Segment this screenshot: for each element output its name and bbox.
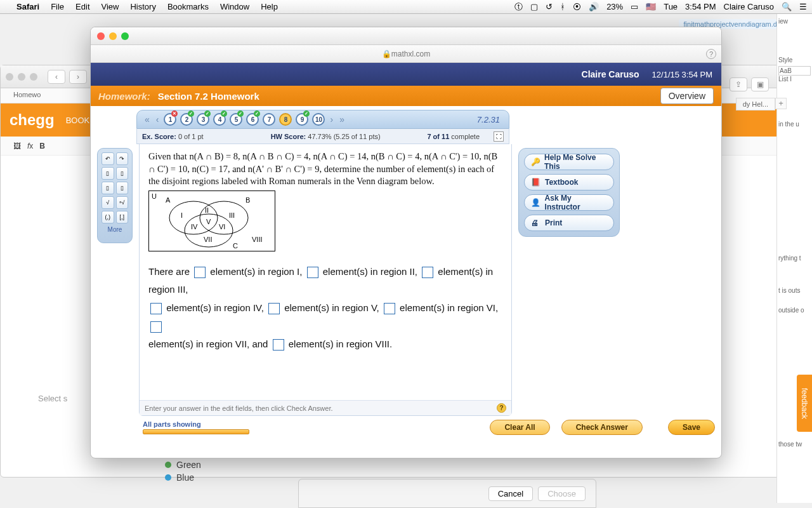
choose-button[interactable]: Choose <box>538 486 586 501</box>
first-arrow-icon[interactable]: « <box>143 114 151 124</box>
textbook-button[interactable]: 📕Textbook <box>524 174 614 190</box>
menu-edit[interactable]: Edit <box>75 2 89 11</box>
menu-help[interactable]: Help <box>261 2 278 11</box>
input-region-8[interactable] <box>273 339 284 351</box>
prev-arrow-icon[interactable]: ‹ <box>155 114 160 124</box>
student-name: Claire Caruso <box>582 69 639 79</box>
fx-icon[interactable]: fx <box>27 142 33 150</box>
help-solve-button[interactable]: 🔑Help Me Solve This <box>524 154 614 170</box>
menu-bookmarks[interactable]: Bookmarks <box>167 2 209 11</box>
question-pill-7[interactable]: 7 <box>263 113 275 126</box>
score-bar: Ex. Score: 0 of 1 pt HW Score: 47.73% (5… <box>136 129 509 144</box>
next-arrow-icon[interactable]: › <box>329 114 334 124</box>
question-pill-1[interactable]: 1 <box>164 113 176 126</box>
pal-btn[interactable]: ▯ <box>116 182 129 194</box>
battery-icon[interactable]: ▭ <box>631 2 638 11</box>
share-button[interactable]: ⇪ <box>730 77 747 91</box>
check-answer-button[interactable]: Check Answer <box>561 420 643 435</box>
clear-all-button[interactable]: Clear All <box>490 420 549 435</box>
pal-brack[interactable]: [,] <box>116 211 129 224</box>
hint-help-icon[interactable]: ? <box>497 403 506 413</box>
volume-icon[interactable]: 🔊 <box>589 2 599 11</box>
tabs-button[interactable]: ▣ <box>751 77 769 91</box>
input-region-2[interactable] <box>307 267 318 278</box>
hw-label: Homework: <box>98 91 150 102</box>
pal-btn[interactable]: ▯ <box>116 167 129 180</box>
chegg-logo[interactable]: chegg <box>10 111 55 129</box>
menu-day[interactable]: Tue <box>664 2 678 11</box>
menu-user[interactable]: Claire Caruso <box>724 2 774 11</box>
select-placeholder[interactable]: Select s <box>38 394 67 403</box>
question-pill-9[interactable]: 9 <box>296 113 308 126</box>
app-name[interactable]: Safari <box>16 2 39 11</box>
bg-tab-right[interactable]: dy Hel... <box>736 98 775 110</box>
print-button[interactable]: 🖨Print <box>524 215 614 231</box>
pal-paren[interactable]: (,) <box>102 211 114 224</box>
question-pill-2[interactable]: 2 <box>180 113 193 126</box>
airplay-icon[interactable]: ▢ <box>530 2 538 11</box>
flag-icon[interactable]: 🇺🇸 <box>646 2 656 11</box>
timemachine-icon[interactable]: ↺ <box>546 2 553 11</box>
lock-icon: 🔒 <box>382 50 391 58</box>
bottom-bar: All parts showing Clear All Check Answer… <box>143 420 715 435</box>
question-pill-8[interactable]: 8 <box>279 113 292 126</box>
menu-time[interactable]: 3:54 PM <box>685 2 716 11</box>
overview-button[interactable]: Overview <box>660 88 714 104</box>
expand-icon[interactable]: ⛶ <box>494 131 504 142</box>
input-region-5[interactable] <box>268 303 280 314</box>
back-button[interactable]: ‹ <box>48 70 65 84</box>
mathxl-popup: 🔒 mathxl.com ? Claire Caruso 12/1/15 3:5… <box>90 27 722 458</box>
pal-redo[interactable]: ↷ <box>116 152 129 165</box>
list-item: Blue <box>165 472 201 483</box>
pal-undo[interactable]: ↶ <box>102 152 114 165</box>
zoom-icon[interactable] <box>121 32 129 40</box>
wifi-icon[interactable]: ⦿ <box>573 2 581 11</box>
ask-instructor-button[interactable]: 👤Ask My Instructor <box>524 194 614 211</box>
close-icon[interactable] <box>97 32 105 40</box>
question-number: 7.2.31 <box>477 115 500 124</box>
help-icon[interactable]: ? <box>706 49 716 59</box>
save-button[interactable]: Save <box>668 420 715 435</box>
bluetooth-icon[interactable]: ᚼ <box>560 2 565 11</box>
input-region-1[interactable] <box>194 267 206 278</box>
new-tab-button[interactable]: + <box>775 98 787 109</box>
menu-window[interactable]: Window <box>220 2 249 11</box>
menu-file[interactable]: File <box>51 2 64 11</box>
question-text: Given that n(A ∩ B) = 8, n(A ∩ B ∩ C) = … <box>148 150 502 188</box>
bold-icon[interactable]: B <box>39 142 45 150</box>
question-pill-5[interactable]: 5 <box>230 113 242 126</box>
pal-sqrt[interactable]: √ <box>102 196 114 209</box>
spotlight-icon[interactable]: 🔍 <box>782 2 792 11</box>
pal-btn[interactable]: ▯ <box>102 167 114 180</box>
palette-more[interactable]: More <box>102 226 128 233</box>
question-pill-3[interactable]: 3 <box>197 113 209 126</box>
mathxl-header: Claire Caruso 12/1/15 3:54 PM <box>91 63 721 86</box>
input-region-4[interactable] <box>150 303 162 314</box>
input-region-6[interactable] <box>384 303 395 314</box>
help-column: 🔑Help Me Solve This 📕Textbook 👤Ask My In… <box>518 148 620 237</box>
forward-button[interactable]: › <box>69 70 87 84</box>
math-palette: ↶↷ ▯▯ ▯▯ √ⁿ√ (,)[,] More <box>97 148 133 243</box>
pal-btn[interactable]: ▯ <box>102 182 114 194</box>
cancel-button[interactable]: Cancel <box>488 486 533 501</box>
question-nav: « ‹ 1 2 3 4 5 6 7 8 9 10 › » 7.2.31 <box>136 110 509 129</box>
battery-percent[interactable]: 23% <box>606 2 623 11</box>
chegg-sub[interactable]: BOOK <box>66 116 90 125</box>
feedback-tab[interactable]: feedback <box>797 375 812 432</box>
notification-icon[interactable]: ☰ <box>799 2 807 11</box>
pal-nroot[interactable]: ⁿ√ <box>116 196 129 209</box>
input-region-7[interactable] <box>150 321 162 333</box>
printer-icon: 🖨 <box>531 218 541 227</box>
address-bar[interactable]: 🔒 mathxl.com ? <box>91 45 721 63</box>
menu-view[interactable]: View <box>102 2 119 11</box>
last-arrow-icon[interactable]: » <box>338 114 346 124</box>
input-region-3[interactable] <box>422 267 433 278</box>
question-pill-6[interactable]: 6 <box>246 113 259 126</box>
tumblr-icon[interactable]: ⓣ <box>514 1 523 13</box>
answer-area: There are element(s) in region I, elemen… <box>148 263 502 354</box>
minimize-icon[interactable] <box>109 32 117 40</box>
question-pill-10[interactable]: 10 <box>312 113 325 126</box>
image-icon[interactable]: 🖼 <box>13 142 21 150</box>
question-pill-4[interactable]: 4 <box>213 113 226 126</box>
menu-history[interactable]: History <box>130 2 155 11</box>
